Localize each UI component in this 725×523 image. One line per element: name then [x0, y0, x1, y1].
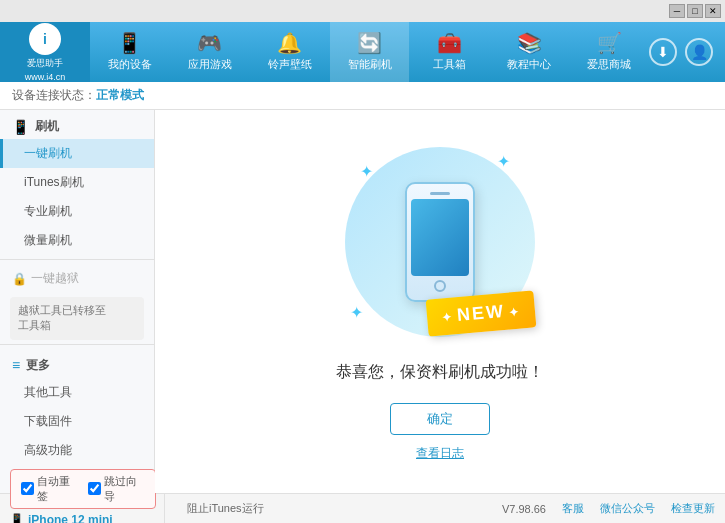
auto-restart-checkbox[interactable] [21, 482, 34, 495]
sidebar-jailbreak-section: 🔒 一键越狱 [0, 264, 154, 293]
nav-smart-flash-label: 智能刷机 [348, 57, 392, 72]
nav-toolbox-label: 工具箱 [433, 57, 466, 72]
nav-ringtones-label: 铃声壁纸 [268, 57, 312, 72]
lock-icon: 🔒 [12, 272, 27, 286]
device-phone-icon: 📱 [10, 513, 24, 523]
log-link[interactable]: 查看日志 [416, 445, 464, 462]
sidebar-jailbreak-note: 越狱工具已转移至工具箱 [10, 297, 144, 340]
sidebar-divider-1 [0, 259, 154, 260]
nav-shop[interactable]: 🛒 爱思商城 [569, 22, 649, 82]
sidebar-item-pro-flash[interactable]: 专业刷机 [0, 197, 154, 226]
sparkle-1: ✦ [360, 162, 373, 181]
flash-section-icon: 📱 [12, 119, 29, 135]
sparkle-2: ✦ [497, 152, 510, 171]
main-layout: 📱 刷机 一键刷机 iTunes刷机 专业刷机 微量刷机 🔒 一键越狱 越狱工具… [0, 110, 725, 493]
logo-area: i 爱思助手 www.i4.cn [0, 22, 90, 82]
version-label: V7.98.66 [502, 503, 546, 515]
nav-tutorials-label: 教程中心 [507, 57, 551, 72]
download-btn[interactable]: ⬇ [649, 38, 677, 66]
success-text: 恭喜您，保资料刷机成功啦！ [336, 362, 544, 383]
tutorials-icon: 📚 [517, 33, 542, 53]
sidebar-item-micro-flash[interactable]: 微量刷机 [0, 226, 154, 255]
device-info: 📱 iPhone 12 mini 64GB Down-12mini-13,1 [10, 513, 156, 524]
title-bar: ─ □ ✕ [0, 0, 725, 22]
sidebar-jailbreak-label: 一键越狱 [31, 270, 79, 287]
phone-screen [411, 199, 469, 276]
sidebar-item-advanced[interactable]: 高级功能 [0, 436, 154, 465]
check-update-link[interactable]: 检查更新 [671, 501, 715, 516]
status-bar: 设备连接状态： 正常模式 [0, 82, 725, 110]
toolbox-icon: 🧰 [437, 33, 462, 53]
phone-illustration: ✦ ✦ ✦ NEW [340, 142, 540, 342]
customer-service-link[interactable]: 客服 [562, 501, 584, 516]
content-area: ✦ ✦ ✦ NEW 恭喜您，保资料刷机成功啦！ 确定 查看日志 [155, 110, 725, 493]
nav-toolbox[interactable]: 🧰 工具箱 [409, 22, 489, 82]
phone-home-btn [434, 280, 446, 292]
sidebar-item-one-click-flash[interactable]: 一键刷机 [0, 139, 154, 168]
sidebar-item-other-tools[interactable]: 其他工具 [0, 378, 154, 407]
nav-shop-label: 爱思商城 [587, 57, 631, 72]
nav-apps-games[interactable]: 🎮 应用游戏 [170, 22, 250, 82]
checkbox-area: 自动重签 跳过向导 [10, 469, 156, 509]
bottom-links: V7.98.66 客服 微信公众号 检查更新 [502, 501, 715, 516]
nav-smart-flash[interactable]: 🔄 智能刷机 [330, 22, 410, 82]
logo-line1: 爱思助手 [27, 57, 63, 70]
auto-restart-label[interactable]: 自动重签 [21, 474, 78, 504]
skip-wizard-checkbox[interactable] [88, 482, 101, 495]
sidebar-divider-2 [0, 344, 154, 345]
sidebar-item-itunes-flash[interactable]: iTunes刷机 [0, 168, 154, 197]
close-btn[interactable]: ✕ [705, 4, 721, 18]
restore-btn[interactable]: □ [687, 4, 703, 18]
bottom-right-area: 阻止iTunes运行 V7.98.66 客服 微信公众号 检查更新 [175, 501, 715, 516]
logo-icon: i [29, 23, 61, 55]
device-name: iPhone 12 mini [28, 513, 113, 524]
top-nav: i 爱思助手 www.i4.cn 📱 我的设备 🎮 应用游戏 🔔 铃声壁纸 🔄 … [0, 22, 725, 82]
ringtones-icon: 🔔 [277, 33, 302, 53]
sidebar-flash-title: 📱 刷机 [0, 110, 154, 139]
user-btn[interactable]: 👤 [685, 38, 713, 66]
bottom-left: 自动重签 跳过向导 📱 iPhone 12 mini 64GB Down-12m… [10, 469, 165, 524]
skip-wizard-label[interactable]: 跳过向导 [88, 474, 145, 504]
minimize-btn[interactable]: ─ [669, 4, 685, 18]
logo-line2: www.i4.cn [25, 72, 66, 82]
status-prefix: 设备连接状态： [12, 87, 96, 104]
nav-my-device-label: 我的设备 [108, 57, 152, 72]
my-device-icon: 📱 [117, 33, 142, 53]
nav-tutorials[interactable]: 📚 教程中心 [489, 22, 569, 82]
apps-games-icon: 🎮 [197, 33, 222, 53]
sidebar: 📱 刷机 一键刷机 iTunes刷机 专业刷机 微量刷机 🔒 一键越狱 越狱工具… [0, 110, 155, 493]
bottom-bar: 自动重签 跳过向导 📱 iPhone 12 mini 64GB Down-12m… [0, 493, 725, 523]
status-value: 正常模式 [96, 87, 144, 104]
nav-my-device[interactable]: 📱 我的设备 [90, 22, 170, 82]
window-controls: ─ □ ✕ [669, 4, 721, 18]
wechat-link[interactable]: 微信公众号 [600, 501, 655, 516]
nav-items: 📱 我的设备 🎮 应用游戏 🔔 铃声壁纸 🔄 智能刷机 🧰 工具箱 📚 教程中心… [90, 22, 649, 82]
itunes-btn[interactable]: 阻止iTunes运行 [187, 501, 264, 516]
shop-icon: 🛒 [597, 33, 622, 53]
smart-flash-icon: 🔄 [357, 33, 382, 53]
phone-device [405, 182, 475, 302]
more-section-icon: ≡ [12, 357, 20, 373]
nav-apps-games-label: 应用游戏 [188, 57, 232, 72]
phone-speaker [430, 192, 450, 195]
nav-right-buttons: ⬇ 👤 [649, 38, 725, 66]
sidebar-more-title: ≡ 更多 [0, 349, 154, 378]
nav-ringtones[interactable]: 🔔 铃声壁纸 [250, 22, 330, 82]
confirm-button[interactable]: 确定 [390, 403, 490, 435]
sparkle-3: ✦ [350, 303, 363, 322]
sidebar-item-download-firmware[interactable]: 下载固件 [0, 407, 154, 436]
